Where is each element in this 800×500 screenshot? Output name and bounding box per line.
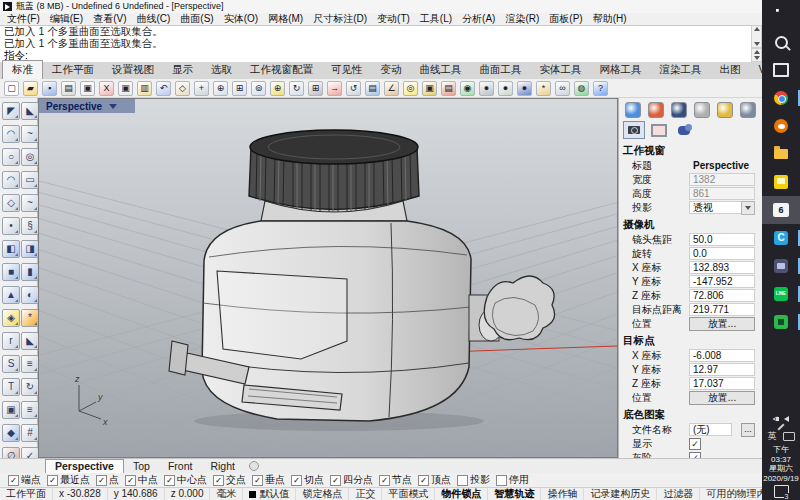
- open-file-icon[interactable]: ▰: [23, 81, 38, 96]
- toolbar-tab[interactable]: 曲线工具: [411, 61, 471, 79]
- freeform-curve-icon[interactable]: ~: [21, 194, 39, 212]
- toolbar-tab[interactable]: 出图: [711, 61, 750, 79]
- offset-icon[interactable]: ≡: [21, 355, 39, 373]
- copy-page-icon[interactable]: ▣: [80, 81, 95, 96]
- fillet-edge-icon[interactable]: r: [2, 332, 20, 350]
- zoom-dynamic-icon[interactable]: ⊕: [213, 81, 228, 96]
- library-tab-icon[interactable]: [717, 102, 733, 118]
- select-lasso-icon[interactable]: ◣: [21, 102, 39, 120]
- sweep-surface-icon[interactable]: ◨: [21, 240, 39, 258]
- status-segment[interactable]: 毫米: [210, 488, 243, 500]
- file-name-field[interactable]: (无): [689, 423, 732, 436]
- surface-from-curves-icon[interactable]: ◧: [2, 240, 20, 258]
- web-browser-tab[interactable]: [673, 121, 695, 139]
- rhino-icon[interactable]: 6: [762, 196, 800, 224]
- ghosted-mode-icon[interactable]: ●: [498, 81, 513, 96]
- menu-item[interactable]: 渲染(R): [500, 12, 544, 26]
- property-field[interactable]: -6.008: [689, 349, 755, 362]
- status-segment[interactable]: 默认值: [243, 488, 296, 500]
- task-view-button[interactable]: [762, 56, 800, 84]
- property-field[interactable]: 72.806: [689, 289, 755, 302]
- clip-studio-icon[interactable]: C: [762, 224, 800, 252]
- render-tab-icon[interactable]: [671, 102, 687, 118]
- paste-icon[interactable]: ▥: [137, 81, 152, 96]
- earth-icon[interactable]: ◍: [574, 81, 589, 96]
- status-segment[interactable]: 工作平面: [0, 488, 53, 500]
- circle-icon[interactable]: ○: [2, 148, 20, 166]
- menu-item[interactable]: 分析(A): [457, 12, 500, 26]
- menu-item[interactable]: 网格(M): [263, 12, 308, 26]
- control-point-curve-icon[interactable]: ◠: [2, 125, 20, 143]
- status-segment[interactable]: 可用的物理内存: 10418 MB: [700, 488, 762, 500]
- checkbox[interactable]: [496, 475, 507, 486]
- status-segment[interactable]: 操作轴: [541, 488, 584, 500]
- toolbar-tab[interactable]: 工作平面: [43, 61, 103, 79]
- helix-icon[interactable]: §: [21, 217, 39, 235]
- osnap-toggle[interactable]: ✓切点: [291, 473, 324, 487]
- orient-icon[interactable]: ↻: [21, 378, 39, 396]
- pan-hand-icon[interactable]: ◇: [175, 81, 190, 96]
- blender-icon[interactable]: [762, 112, 800, 140]
- toolbar-tab[interactable]: 网格工具: [591, 61, 651, 79]
- cylinder-icon[interactable]: ▮: [21, 263, 39, 281]
- spinner-down-icon[interactable]: [754, 56, 760, 60]
- status-segment[interactable]: 记录建构历史: [584, 488, 657, 500]
- property-field[interactable]: 12.97: [689, 363, 755, 376]
- status-segment[interactable]: x -30.828: [53, 488, 108, 500]
- toolbar-tab[interactable]: 可见性: [322, 61, 372, 79]
- viewport-tab-perspective[interactable]: Perspective: [45, 459, 124, 473]
- copy-icon[interactable]: ▣: [118, 81, 133, 96]
- status-segment[interactable]: 锁定格点: [296, 488, 349, 500]
- file-explorer-icon[interactable]: [762, 140, 800, 168]
- chevron-down-icon[interactable]: [741, 201, 755, 215]
- wechat-icon[interactable]: [762, 308, 800, 336]
- toolbar-tab[interactable]: 实体工具: [531, 61, 591, 79]
- solid-edit-icon[interactable]: ◆: [2, 424, 20, 442]
- viewport-tab-top[interactable]: Top: [124, 460, 159, 473]
- osnap-toggle[interactable]: ✓最近点: [47, 473, 90, 487]
- osnap-toggle[interactable]: ✓中点: [125, 473, 158, 487]
- menu-item[interactable]: 工具(L): [415, 12, 457, 26]
- status-segment[interactable]: z 0.000: [165, 488, 211, 500]
- save-icon[interactable]: ▪: [42, 81, 57, 96]
- checkbox[interactable]: ✓: [213, 475, 224, 486]
- chrome-icon[interactable]: [762, 84, 800, 112]
- osnap-toggle[interactable]: 投影: [457, 473, 490, 487]
- osnap-toggle[interactable]: ✓垂点: [252, 473, 285, 487]
- language-indicator[interactable]: 英: [768, 430, 777, 443]
- four-viewports-icon[interactable]: ⊞: [308, 81, 323, 96]
- browse-button[interactable]: ...: [741, 423, 755, 437]
- chamfer-icon[interactable]: ◣: [21, 332, 39, 350]
- media-app-icon[interactable]: [762, 252, 800, 280]
- command-history[interactable]: 已加入 1 个多重曲面至选取集合。 已加入 1 个多重曲面至选取集合。: [0, 25, 751, 50]
- checkbox[interactable]: ✓: [689, 438, 701, 450]
- scroll-down-icon[interactable]: [754, 42, 760, 46]
- new-file-icon[interactable]: ▢: [4, 81, 19, 96]
- status-segment[interactable]: 物件锁点: [435, 488, 488, 500]
- display-properties-tab[interactable]: [648, 121, 670, 139]
- toolbar-tab[interactable]: 选取: [202, 61, 241, 79]
- group-icon[interactable]: ▣: [2, 401, 20, 419]
- command-history-scrollbar[interactable]: [751, 25, 762, 48]
- color-wheel-icon[interactable]: ◉: [460, 81, 475, 96]
- status-segment[interactable]: 平面模式: [382, 488, 435, 500]
- checkbox[interactable]: [457, 475, 468, 486]
- osnap-toggle[interactable]: ✓端点: [8, 473, 41, 487]
- menu-item[interactable]: 尺寸标注(D): [308, 12, 372, 26]
- menu-item[interactable]: 实体(O): [219, 12, 263, 26]
- cplane-icon[interactable]: →: [327, 81, 342, 96]
- property-field[interactable]: 219.771: [689, 303, 755, 316]
- status-segment[interactable]: y 140.686: [108, 488, 165, 500]
- align-icon[interactable]: ≡: [21, 401, 39, 419]
- status-segment[interactable]: 正交: [349, 488, 382, 500]
- rectangle-icon[interactable]: ▭: [21, 171, 39, 189]
- checkbox[interactable]: ✓: [164, 475, 175, 486]
- point-icon[interactable]: •: [2, 217, 20, 235]
- move-icon[interactable]: +: [194, 81, 209, 96]
- settings-gears-icon[interactable]: *: [536, 81, 551, 96]
- zoom-window-icon[interactable]: ⊞: [232, 81, 247, 96]
- materials-tab-icon[interactable]: [694, 102, 710, 118]
- osnap-toggle[interactable]: ✓交点: [213, 473, 246, 487]
- undo-view-icon[interactable]: ↺: [346, 81, 361, 96]
- shaded-mode-icon[interactable]: ●: [479, 81, 494, 96]
